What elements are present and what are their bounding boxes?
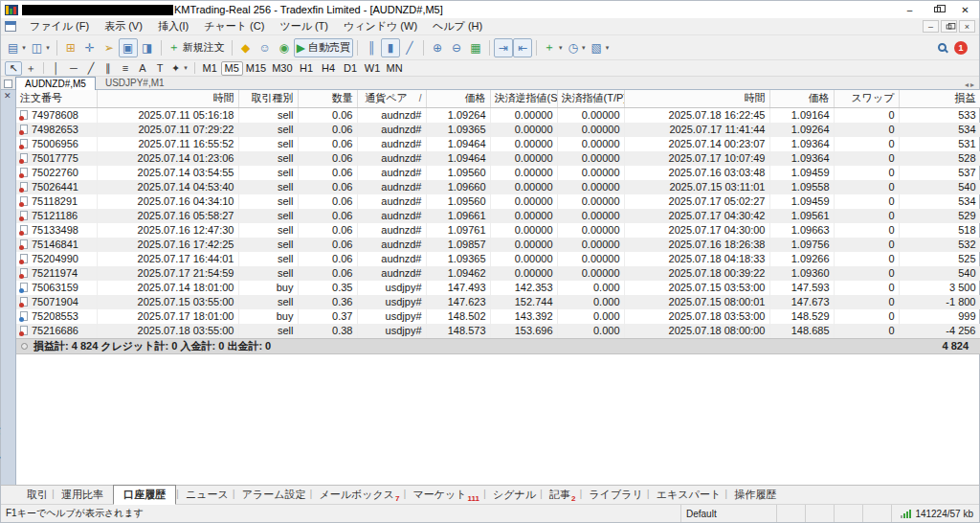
timeframe-w1[interactable]: W1 (362, 61, 384, 76)
col-sl[interactable]: 決済逆指値(S... (490, 90, 557, 107)
timeframe-m30[interactable]: M30 (269, 61, 295, 76)
child-restore-button[interactable] (941, 20, 957, 33)
col-symbol[interactable]: 通貨ペア/ (357, 90, 426, 107)
table-row[interactable]: 75063159 2025.07.14 18:01:00 buy 0.35 us… (16, 281, 980, 295)
col-open-time[interactable]: 時間 (97, 90, 238, 107)
bottom-tab-trade[interactable]: 取引 (20, 486, 55, 504)
table-row[interactable]: 74982653 2025.07.11 07:29:22 sell 0.06 a… (16, 123, 980, 137)
bottom-tab-news[interactable]: ニュース (179, 486, 235, 504)
col-swap[interactable]: スワップ (834, 90, 899, 107)
timeframe-h4[interactable]: H4 (318, 61, 340, 76)
bottom-tab-market[interactable]: マーケット111 (407, 486, 487, 505)
col-close-time[interactable]: 時間 (624, 90, 769, 107)
timeframe-d1[interactable]: D1 (340, 61, 362, 76)
fibonacci-button[interactable]: ≡ (117, 61, 134, 76)
bottom-tab-library[interactable]: ライブラリ (583, 486, 650, 504)
menu-tools[interactable]: ツール (T) (272, 19, 336, 33)
timeframe-mn[interactable]: MN (384, 61, 406, 76)
tab-scroll-arrows[interactable]: ◂▸ (965, 80, 979, 89)
periods-button[interactable]: ◷ (565, 38, 588, 57)
tile-windows-button[interactable]: ▦ (466, 38, 485, 57)
col-volume[interactable]: 数量 (298, 90, 357, 107)
menu-chart[interactable]: チャート (C) (196, 19, 272, 33)
profiles-button[interactable]: ◫ (29, 38, 53, 57)
table-row[interactable]: 75017775 2025.07.14 01:23:06 sell 0.06 a… (16, 151, 980, 166)
col-type[interactable]: 取引種別 (238, 90, 298, 107)
trendline-button[interactable]: ╱ (82, 61, 100, 76)
table-row[interactable]: 75071904 2025.07.15 03:55:00 sell 0.36 u… (16, 295, 980, 309)
table-row[interactable]: 75026441 2025.07.14 04:53:40 sell 0.06 a… (16, 180, 980, 194)
line-chart-button[interactable]: ╱ (400, 38, 419, 57)
indicators-button[interactable]: ＋ (541, 38, 566, 57)
status-profile[interactable]: Default (680, 505, 776, 522)
chart-tab-audnzd[interactable]: AUDNZD#,M5 (15, 77, 96, 90)
data-window-button[interactable]: ✛ (80, 38, 100, 57)
market-watch-button[interactable]: ⊞ (61, 38, 80, 57)
zoom-in-button[interactable]: ⊕ (428, 38, 447, 57)
menu-window[interactable]: ウィンドウ (W) (336, 19, 425, 33)
col-order[interactable]: 注文番号 (16, 90, 97, 107)
chart-tab-usdjpy[interactable]: USDJPY#,M1 (96, 76, 174, 89)
zoom-out-button[interactable]: ⊖ (447, 38, 466, 57)
bottom-tab-alerts[interactable]: アラーム設定 (235, 486, 313, 504)
col-open-price[interactable]: 価格 (426, 90, 490, 107)
templates-button[interactable]: ▧ (588, 38, 612, 57)
bottom-tab-mailbox[interactable]: メールボックス7 (313, 486, 407, 505)
terminal-button[interactable]: ▣ (119, 38, 138, 57)
table-row[interactable]: 75121186 2025.07.16 05:58:27 sell 0.06 a… (16, 209, 980, 223)
close-button[interactable]: ✕ (951, 1, 979, 18)
bottom-tab-journal[interactable]: 操作履歴 (727, 486, 783, 504)
timeframe-h1[interactable]: H1 (296, 61, 318, 76)
menu-help[interactable]: ヘルプ (H) (425, 19, 490, 33)
menu-insert[interactable]: 挿入(I) (150, 19, 196, 33)
horizontal-line-button[interactable]: ─ (65, 61, 82, 76)
child-close-button[interactable]: × (959, 20, 975, 33)
panel-close-icon[interactable]: ✕ (4, 92, 11, 101)
table-row[interactable]: 75006956 2025.07.11 16:55:52 sell 0.06 a… (16, 137, 980, 151)
minimize-button[interactable]: – (896, 1, 924, 18)
table-row[interactable]: 75208553 2025.07.17 18:01:00 buy 0.37 us… (16, 309, 980, 324)
chart-shift-button[interactable]: ⇤ (513, 38, 532, 57)
notification-badge[interactable]: 1 (954, 41, 968, 55)
new-order-button[interactable]: ＋新規注文 (166, 38, 228, 57)
vertical-line-button[interactable]: │ (48, 61, 65, 76)
auto-scroll-button[interactable]: ⇥ (494, 38, 513, 57)
text-button[interactable]: A (134, 61, 151, 76)
timeframe-m1[interactable]: M1 (199, 61, 221, 76)
label-button[interactable]: T (151, 61, 168, 76)
navigator-button[interactable]: ➢ (100, 38, 119, 57)
menu-view[interactable]: 表示 (V) (97, 19, 150, 33)
community-button[interactable]: ☺ (256, 38, 275, 57)
strategy-tester-button[interactable]: ◨ (138, 38, 157, 57)
bottom-tab-experts[interactable]: エキスパート (650, 486, 727, 504)
bottom-tab-exposure[interactable]: 運用比率 (55, 486, 110, 504)
bottom-tab-account-history[interactable]: 口座履歴 (113, 485, 176, 505)
table-row[interactable]: 75022760 2025.07.14 03:54:55 sell 0.06 a… (16, 166, 980, 180)
candlestick-button[interactable]: ▮ (381, 38, 400, 57)
auto-trading-button[interactable]: ▶自動売買 (294, 38, 353, 57)
table-row[interactable]: 75146841 2025.07.16 17:42:25 sell 0.06 a… (16, 238, 980, 252)
col-tp[interactable]: 決済指値(T/P) (557, 90, 624, 107)
cursor-button[interactable]: ↖ (5, 61, 22, 76)
news-button[interactable]: ◉ (275, 38, 294, 57)
timeframe-m15[interactable]: M15 (243, 61, 269, 76)
restore-button[interactable] (924, 1, 951, 18)
new-chart-button[interactable]: ▤ (5, 38, 29, 57)
table-row[interactable]: 75211974 2025.07.17 21:54:59 sell 0.06 a… (16, 266, 980, 281)
metaeditor-button[interactable]: ◆ (236, 38, 256, 57)
channel-button[interactable]: ∥ (100, 61, 117, 76)
bottom-tab-articles[interactable]: 記事2 (543, 486, 582, 505)
table-row[interactable]: 75204990 2025.07.17 16:44:01 sell 0.06 a… (16, 252, 980, 266)
col-profit[interactable]: 損益 (899, 90, 980, 107)
child-minimize-button[interactable]: – (923, 20, 939, 33)
timeframe-m5[interactable]: M5 (221, 61, 243, 76)
crosshair-button[interactable]: ＋ (22, 61, 39, 76)
shapes-button[interactable]: ✦ (168, 61, 190, 76)
col-close-price[interactable]: 価格 (769, 90, 834, 107)
table-row[interactable]: 74978608 2025.07.11 05:16:18 sell 0.06 a… (16, 107, 980, 123)
search-icon[interactable] (938, 43, 947, 52)
table-row[interactable]: 75118291 2025.07.16 04:34:10 sell 0.06 a… (16, 194, 980, 209)
menu-file[interactable]: ファイル (F) (22, 19, 97, 33)
bar-chart-button[interactable]: ║ (362, 38, 381, 57)
bottom-tab-signals[interactable]: シグナル (486, 486, 543, 504)
